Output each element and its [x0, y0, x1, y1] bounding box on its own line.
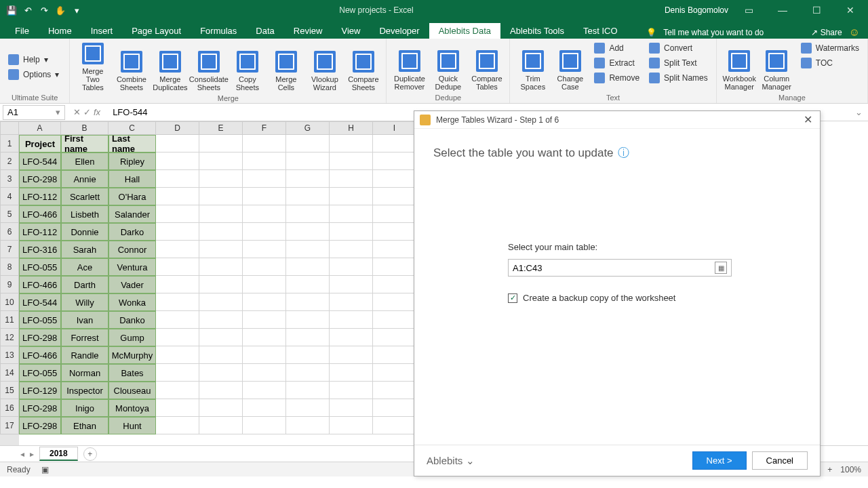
cell[interactable]: Ripley: [108, 152, 156, 170]
cell[interactable]: [243, 382, 286, 399]
consolidate-sheets-button[interactable]: Consolidate Sheets: [190, 41, 227, 93]
cell[interactable]: Scarlett: [61, 188, 108, 205]
cell[interactable]: [330, 258, 373, 276]
extract-button[interactable]: Extract: [590, 56, 644, 70]
row-header[interactable]: 2: [0, 152, 19, 170]
cell[interactable]: [286, 276, 330, 293]
cell[interactable]: [286, 329, 330, 346]
cancel-formula-icon[interactable]: ✕: [73, 107, 81, 117]
merge-duplicates-button[interactable]: Merge Duplicates: [151, 41, 189, 93]
cell[interactable]: Wonka: [108, 293, 156, 311]
fx-icon[interactable]: fx: [94, 107, 100, 117]
cell[interactable]: [286, 170, 330, 188]
copy-sheets-button[interactable]: Copy Sheets: [229, 41, 266, 93]
cell[interactable]: [330, 329, 373, 346]
cell[interactable]: [243, 276, 286, 293]
row-header[interactable]: 1: [0, 135, 19, 152]
cell[interactable]: [156, 329, 199, 346]
row-header[interactable]: 11: [0, 311, 19, 329]
row-header[interactable]: 3: [0, 170, 19, 188]
watermarks-button[interactable]: Watermarks: [797, 41, 863, 55]
smiley-icon[interactable]: ☺: [849, 26, 860, 39]
cell[interactable]: [373, 241, 416, 258]
cell[interactable]: Project: [19, 135, 61, 152]
column-header[interactable]: D: [156, 121, 199, 135]
column-header[interactable]: F: [243, 121, 286, 135]
cell[interactable]: [243, 311, 286, 329]
cell[interactable]: [286, 135, 330, 152]
cell[interactable]: [199, 329, 243, 346]
cell[interactable]: [330, 311, 373, 329]
next-sheet-icon[interactable]: ▸: [30, 449, 34, 459]
tab-insert[interactable]: Insert: [81, 23, 123, 39]
add-sheet-button[interactable]: +: [83, 447, 97, 461]
select-all-corner[interactable]: [0, 121, 19, 135]
enter-formula-icon[interactable]: ✓: [83, 107, 91, 117]
cell[interactable]: Sarah: [61, 241, 108, 258]
cell[interactable]: [156, 152, 199, 170]
cell[interactable]: LFO-298: [19, 329, 61, 346]
tab-home[interactable]: Home: [39, 23, 81, 39]
cell[interactable]: [156, 399, 199, 417]
row-header[interactable]: 8: [0, 258, 19, 276]
cell[interactable]: [373, 417, 416, 434]
cell[interactable]: LFO-112: [19, 223, 61, 241]
cell[interactable]: LFO-316: [19, 241, 61, 258]
tab-file[interactable]: File: [5, 23, 39, 39]
cell[interactable]: LFO-544: [19, 293, 61, 311]
cell[interactable]: LFO-466: [19, 346, 61, 364]
cell[interactable]: LFO-112: [19, 188, 61, 205]
change-case-button[interactable]: Change Case: [551, 41, 589, 92]
help-button[interactable]: Help ▾: [4, 53, 52, 66]
cell[interactable]: [156, 382, 199, 399]
convert-button[interactable]: Convert: [645, 41, 712, 55]
column-header[interactable]: C: [108, 121, 156, 135]
cell[interactable]: Hall: [108, 170, 156, 188]
column-header[interactable]: H: [330, 121, 373, 135]
cell[interactable]: [156, 170, 199, 188]
cell[interactable]: LFO-466: [19, 205, 61, 223]
maximize-icon[interactable]: ☐: [803, 0, 830, 20]
cell[interactable]: [243, 135, 286, 152]
cell[interactable]: [156, 258, 199, 276]
cell[interactable]: [330, 170, 373, 188]
tab-formulas[interactable]: Formulas: [191, 23, 246, 39]
cell[interactable]: [373, 135, 416, 152]
cell[interactable]: Connor: [108, 241, 156, 258]
zoom-in-icon[interactable]: +: [827, 465, 832, 474]
row-header[interactable]: 16: [0, 399, 19, 417]
tab-page-layout[interactable]: Page Layout: [122, 23, 191, 39]
cell[interactable]: O'Hara: [108, 188, 156, 205]
cell[interactable]: [286, 241, 330, 258]
cell[interactable]: [373, 346, 416, 364]
cell[interactable]: Last name: [108, 135, 156, 152]
column-header[interactable]: E: [199, 121, 243, 135]
cell[interactable]: [243, 258, 286, 276]
cell[interactable]: First name: [61, 135, 108, 152]
cell[interactable]: [199, 152, 243, 170]
cell[interactable]: LFO-298: [19, 170, 61, 188]
compare-sheets-button[interactable]: Compare Sheets: [344, 41, 382, 93]
cell[interactable]: [243, 152, 286, 170]
cell[interactable]: [156, 417, 199, 434]
cell[interactable]: [373, 276, 416, 293]
row-header[interactable]: 4: [0, 188, 19, 205]
tab-developer[interactable]: Developer: [370, 23, 429, 39]
cell[interactable]: LFO-055: [19, 311, 61, 329]
column-header[interactable]: A: [19, 121, 61, 135]
tab-view[interactable]: View: [332, 23, 370, 39]
cell[interactable]: [286, 382, 330, 399]
cell[interactable]: [199, 223, 243, 241]
row-header[interactable]: 14: [0, 364, 19, 382]
cell[interactable]: [330, 276, 373, 293]
cell[interactable]: [330, 293, 373, 311]
cell[interactable]: [199, 170, 243, 188]
cell[interactable]: LFO-298: [19, 417, 61, 434]
split-text-button[interactable]: Split Text: [645, 56, 712, 70]
cell[interactable]: [243, 205, 286, 223]
tab-ablebits-data[interactable]: Ablebits Data: [429, 23, 500, 39]
cell[interactable]: Inigo: [61, 399, 108, 417]
cell[interactable]: [286, 205, 330, 223]
cell[interactable]: Ventura: [108, 258, 156, 276]
cell[interactable]: [243, 364, 286, 382]
